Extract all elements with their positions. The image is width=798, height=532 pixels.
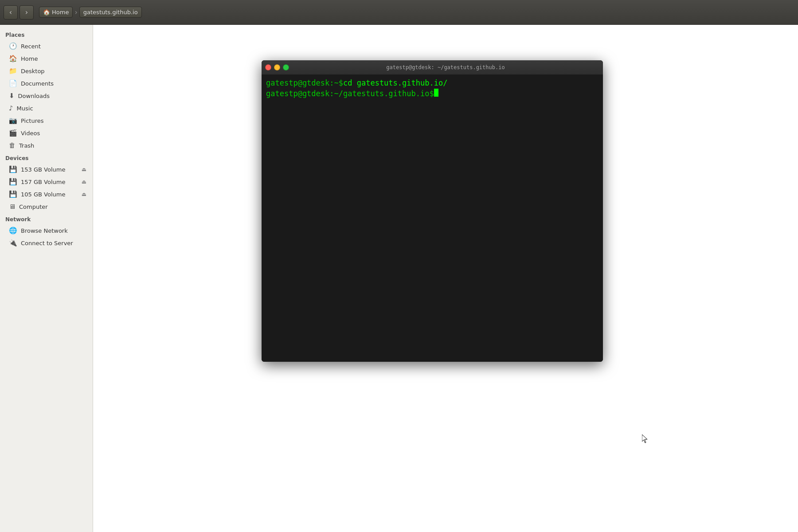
downloads-icon: ⬇ (9, 92, 15, 100)
breadcrumb-current[interactable]: gatestuts.github.io (79, 7, 142, 18)
desktop-icon: 📁 (9, 67, 17, 75)
sidebar-item-vol157[interactable]: 💾 157 GB Volume ⏏ (0, 176, 93, 188)
sidebar-item-connect-server[interactable]: 🔌 Connect to Server (0, 237, 93, 249)
volume153-row: 153 GB Volume ⏏ (21, 165, 87, 173)
eject-vol105-button[interactable]: ⏏ (81, 190, 87, 198)
terminal-body[interactable]: gatestp@gtdesk:~$ cd gatestuts.github.io… (262, 74, 603, 362)
content-area: gatestp@gtdesk: ~/gatestuts.github.io ga… (93, 25, 798, 532)
places-section-label: Places (0, 28, 93, 40)
sidebar-item-browse-network[interactable]: 🌐 Browse Network (0, 224, 93, 237)
terminal-prompt-2: gatestp@gtdesk:~/gatestuts.github.io$ (266, 89, 434, 99)
sidebar-item-downloads[interactable]: ⬇ Downloads (0, 90, 93, 102)
sidebar-item-label: Desktop (21, 68, 45, 74)
volume153-label: 153 GB Volume (21, 166, 65, 173)
sidebar-item-music[interactable]: ♪ Music (0, 102, 93, 114)
volume157-label: 157 GB Volume (21, 179, 65, 185)
sidebar-item-videos[interactable]: 🎬 Videos (0, 127, 93, 139)
volume105-row: 105 GB Volume ⏏ (21, 190, 87, 198)
breadcrumb: 🏠 Home › gatestuts.github.io (39, 7, 142, 18)
breadcrumb-home[interactable]: 🏠 Home (39, 7, 73, 18)
terminal-window[interactable]: gatestp@gtdesk: ~/gatestuts.github.io ga… (262, 60, 603, 362)
terminal-command-1: cd gatestuts.github.io/ (343, 78, 447, 89)
breadcrumb-separator: › (74, 8, 77, 16)
sidebar-item-label: Home (21, 55, 38, 62)
sidebar-item-label: Recent (21, 43, 41, 50)
terminal-line-1: gatestp@gtdesk:~$ cd gatestuts.github.io… (266, 78, 598, 89)
sidebar-item-recent[interactable]: 🕐 Recent (0, 40, 93, 52)
mouse-cursor (642, 434, 647, 443)
sidebar-item-label: Videos (21, 130, 40, 137)
sidebar-item-documents[interactable]: 📄 Documents (0, 77, 93, 90)
volume105-icon: 💾 (9, 190, 17, 198)
volume105-label: 105 GB Volume (21, 191, 65, 198)
home-sidebar-icon: 🏠 (9, 55, 17, 63)
terminal-maximize-button[interactable] (283, 64, 289, 70)
computer-icon: 🖥 (9, 203, 16, 211)
terminal-line-2: gatestp@gtdesk:~/gatestuts.github.io$ (266, 89, 598, 99)
sidebar-item-label: Pictures (21, 117, 43, 124)
documents-icon: 📄 (9, 79, 17, 87)
terminal-prompt-1: gatestp@gtdesk:~$ (266, 78, 343, 89)
sidebar-item-label: Music (17, 105, 33, 112)
eject-vol157-button[interactable]: ⏏ (81, 178, 87, 186)
volume157-icon: 💾 (9, 178, 17, 186)
sidebar-item-computer[interactable]: 🖥 Computer (0, 200, 93, 213)
sidebar-item-desktop[interactable]: 📁 Desktop (0, 65, 93, 77)
connect-server-icon: 🔌 (9, 239, 17, 247)
breadcrumb-home-label: Home (52, 9, 69, 16)
main-layout: Places 🕐 Recent 🏠 Home 📁 Desktop 📄 Docum… (0, 25, 798, 532)
network-section-label: Network (0, 213, 93, 224)
terminal-titlebar: gatestp@gtdesk: ~/gatestuts.github.io (262, 60, 603, 74)
terminal-title: gatestp@gtdesk: ~/gatestuts.github.io (292, 64, 599, 70)
volume153-icon: 💾 (9, 165, 17, 173)
terminal-close-button[interactable] (265, 64, 271, 70)
browse-network-label: Browse Network (21, 227, 68, 234)
sidebar-item-label: Downloads (18, 93, 50, 99)
breadcrumb-current-label: gatestuts.github.io (83, 9, 138, 16)
browse-network-icon: 🌐 (9, 227, 17, 235)
pictures-icon: 📷 (9, 117, 17, 125)
sidebar-item-pictures[interactable]: 📷 Pictures (0, 114, 93, 127)
computer-label: Computer (19, 203, 48, 210)
eject-vol153-button[interactable]: ⏏ (81, 165, 87, 173)
back-icon: ‹ (9, 8, 12, 16)
forward-icon: › (25, 8, 28, 16)
sidebar-item-trash[interactable]: 🗑 Trash (0, 139, 93, 152)
sidebar-item-label: Trash (19, 142, 34, 149)
recent-icon: 🕐 (9, 42, 17, 50)
forward-button[interactable]: › (20, 5, 34, 20)
sidebar-item-home[interactable]: 🏠 Home (0, 52, 93, 65)
devices-section-label: Devices (0, 152, 93, 163)
terminal-cursor (434, 89, 438, 97)
terminal-minimize-button[interactable] (274, 64, 280, 70)
volume157-row: 157 GB Volume ⏏ (21, 178, 87, 186)
sidebar-item-vol105[interactable]: 💾 105 GB Volume ⏏ (0, 188, 93, 200)
sidebar: Places 🕐 Recent 🏠 Home 📁 Desktop 📄 Docum… (0, 25, 93, 532)
music-icon: ♪ (9, 104, 13, 112)
home-icon: 🏠 (43, 9, 50, 16)
trash-icon: 🗑 (9, 141, 16, 149)
toolbar: ‹ › 🏠 Home › gatestuts.github.io (0, 0, 798, 25)
sidebar-item-vol153[interactable]: 💾 153 GB Volume ⏏ (0, 163, 93, 176)
videos-icon: 🎬 (9, 129, 17, 137)
sidebar-item-label: Documents (21, 80, 54, 87)
back-button[interactable]: ‹ (4, 5, 18, 20)
connect-server-label: Connect to Server (21, 240, 73, 246)
